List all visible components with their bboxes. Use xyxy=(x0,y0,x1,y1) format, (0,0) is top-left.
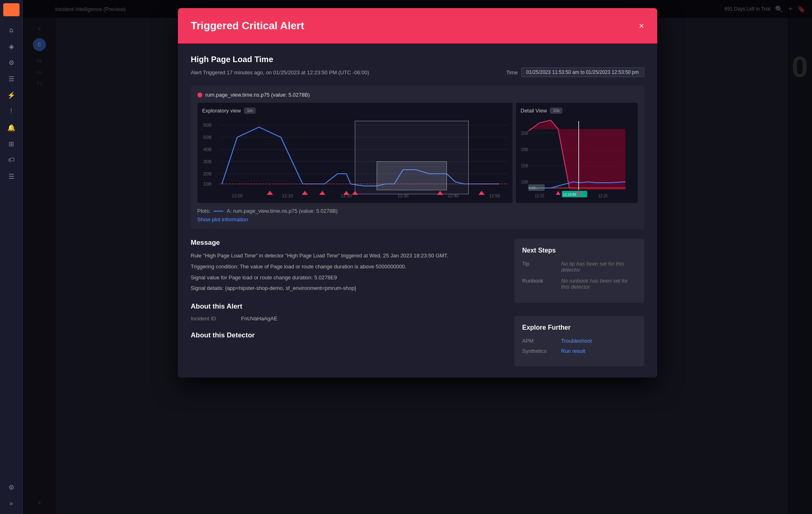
svg-text:12:20: 12:20 xyxy=(535,194,544,198)
svg-rect-1 xyxy=(11,6,17,9)
exploratory-chart-area: 60B 50B 40B 30B 20B 10B xyxy=(202,117,508,198)
message-section: Message Rule "High Page Load Time" in de… xyxy=(191,239,505,366)
time-label: Time xyxy=(506,69,518,76)
modal-title: Triggered Critical Alert xyxy=(191,19,304,32)
message-line2: Triggering condition: The value of Page … xyxy=(191,263,505,271)
incident-id-value: FnUVaHaAgAE xyxy=(241,315,277,322)
right-column: Next Steps Tip No tip has been set for t… xyxy=(514,239,644,366)
next-steps-title: Next Steps xyxy=(522,247,636,254)
exploratory-label: Exploratory view 1m xyxy=(202,108,508,114)
modal-header: Triggered Critical Alert × xyxy=(178,8,657,43)
detail-badge: 10s xyxy=(550,108,562,114)
detail-label: Detail View 10s xyxy=(521,108,633,114)
svg-marker-32 xyxy=(479,191,485,195)
sidebar-network-icon[interactable]: ◈ xyxy=(4,39,19,54)
metric-badge: rum.page_view.time.ns.p75 (value: 5.0278… xyxy=(197,92,638,98)
sidebar-bell-icon[interactable]: 🔔 xyxy=(4,120,19,135)
svg-text:20B: 20B xyxy=(521,147,528,152)
app-logo[interactable] xyxy=(3,3,19,16)
sidebar-home-icon[interactable]: ⌂ xyxy=(4,23,19,37)
svg-rect-3 xyxy=(6,11,11,14)
tip-row: Tip No tip has been set for this detecto… xyxy=(522,261,636,273)
svg-rect-0 xyxy=(6,6,11,11)
sidebar-tag-icon[interactable]: 🏷 xyxy=(4,153,19,167)
svg-marker-50 xyxy=(556,191,560,195)
lower-section: Message Rule "High Page Load Time" in de… xyxy=(191,239,644,366)
svg-rect-2 xyxy=(11,10,17,14)
synthetics-label: Synthetics xyxy=(522,348,555,354)
modal-body: High Page Load Time Alert Triggered 17 m… xyxy=(178,43,657,378)
svg-text:30B: 30B xyxy=(203,159,212,164)
synthetics-run-result-link[interactable]: Run result xyxy=(561,348,585,354)
show-plot-info-link[interactable]: Show plot information xyxy=(197,216,638,222)
detail-chart-area: 25B 20B 15B 10B 5.02... xyxy=(521,117,633,198)
explore-title: Explore Further xyxy=(522,324,636,331)
svg-text:12:00: 12:00 xyxy=(232,194,243,198)
explore-further-card: Explore Further APM Troubleshoot Synthet… xyxy=(514,316,644,366)
main-content: Incident Intelligence (Preview) 691 Days… xyxy=(23,0,812,514)
message-line4: Signal details: {app=hipster-shop-demo, … xyxy=(191,284,505,293)
about-alert-section: About this Alert Incident ID FnUVaHaAgAE xyxy=(191,302,505,322)
sidebar-settings-icon[interactable]: ⚙ xyxy=(4,480,19,495)
time-range-container: Time 01/25/2023 11:53:50 am to 01/25/202… xyxy=(506,67,644,77)
time-range-value: 01/25/2023 11:53:50 am to 01/25/2023 12:… xyxy=(521,67,644,77)
svg-text:25B: 25B xyxy=(521,131,528,136)
svg-marker-33 xyxy=(528,121,625,190)
sidebar-exclamation-icon[interactable]: ! xyxy=(4,104,19,119)
svg-text:40B: 40B xyxy=(203,147,212,152)
exploratory-badge: 1m xyxy=(244,108,256,114)
alert-triggered-text: Alert Triggered 17 minutes ago, on 01/25… xyxy=(191,69,369,76)
tip-value: No tip has been set for this detector xyxy=(561,261,636,273)
svg-text:60B: 60B xyxy=(203,123,212,127)
apm-row: APM Troubleshoot xyxy=(522,338,636,344)
svg-text:12:23:50: 12:23:50 xyxy=(563,192,576,197)
chart-section: rum.page_view.time.ns.p75 (value: 5.0278… xyxy=(191,85,644,229)
alert-name: High Page Load Time xyxy=(191,55,644,64)
detail-chart: Detail View 10s xyxy=(516,103,638,203)
svg-marker-27 xyxy=(301,191,307,195)
incident-id-row: Incident ID FnUVaHaAgAE xyxy=(191,315,505,322)
svg-text:15B: 15B xyxy=(521,163,528,168)
runbook-label: Runbook xyxy=(522,278,555,290)
svg-marker-29 xyxy=(343,191,349,195)
svg-text:12:50: 12:50 xyxy=(489,194,500,198)
svg-marker-26 xyxy=(266,191,273,195)
message-line3: Signal value for Page load or route chan… xyxy=(191,274,505,282)
svg-rect-18 xyxy=(377,162,446,190)
svg-marker-28 xyxy=(319,191,325,195)
sidebar-hierarchy-icon[interactable]: ⚙ xyxy=(4,55,19,70)
plot-line-indicator xyxy=(214,211,223,212)
alert-triggered-row: Alert Triggered 17 minutes ago, on 01/25… xyxy=(191,67,644,77)
message-line1: Rule "High Page Load Time" in detector "… xyxy=(191,252,505,260)
sidebar-list-icon[interactable]: ☰ xyxy=(4,71,19,86)
metric-label: rum.page_view.time.ns.p75 (value: 5.0278… xyxy=(206,92,310,98)
svg-text:10B: 10B xyxy=(521,179,528,184)
detail-svg: 25B 20B 15B 10B 5.02... xyxy=(521,117,633,198)
svg-text:12:25: 12:25 xyxy=(598,194,607,198)
svg-text:20B: 20B xyxy=(203,171,212,176)
tip-label: Tip xyxy=(522,261,555,273)
svg-text:12:10: 12:10 xyxy=(282,194,293,198)
about-detector-title: About this Detector xyxy=(191,331,505,339)
apm-troubleshoot-link[interactable]: Troubleshoot xyxy=(561,338,592,344)
sidebar-collapse-icon[interactable]: » xyxy=(4,496,19,511)
about-detector-section: About this Detector xyxy=(191,331,505,339)
exploratory-chart: Exploratory view 1m xyxy=(197,103,513,203)
sidebar-menu-icon[interactable]: ☰ xyxy=(4,169,19,184)
plots-info: Plots: A: rum.page_view.time.ns.p75 (val… xyxy=(197,208,638,214)
sidebar-alert-icon[interactable]: ⚡ xyxy=(4,88,19,102)
about-alert-title: About this Alert xyxy=(191,302,505,311)
next-steps-card: Next Steps Tip No tip has been set for t… xyxy=(514,239,644,303)
plots-label: Plots: xyxy=(197,208,211,214)
sidebar-grid-icon[interactable]: ⊞ xyxy=(4,136,19,151)
modal-close-button[interactable]: × xyxy=(639,22,644,30)
svg-text:12:40: 12:40 xyxy=(448,194,459,198)
charts-container: Exploratory view 1m xyxy=(197,103,638,203)
incident-id-label: Incident ID xyxy=(191,315,232,322)
sidebar: ⌂ ◈ ⚙ ☰ ⚡ ! 🔔 ⊞ 🏷 ☰ ⚙ » xyxy=(0,0,23,514)
svg-text:12:30: 12:30 xyxy=(397,194,408,198)
runbook-row: Runbook No runbook has been set for this… xyxy=(522,278,636,290)
plot-a-label: A: rum.page_view.time.ns.p75 (value: 5.0… xyxy=(227,208,338,214)
synthetics-row: Synthetics Run result xyxy=(522,348,636,354)
modal-overlay: Triggered Critical Alert × High Page Loa… xyxy=(23,0,812,514)
